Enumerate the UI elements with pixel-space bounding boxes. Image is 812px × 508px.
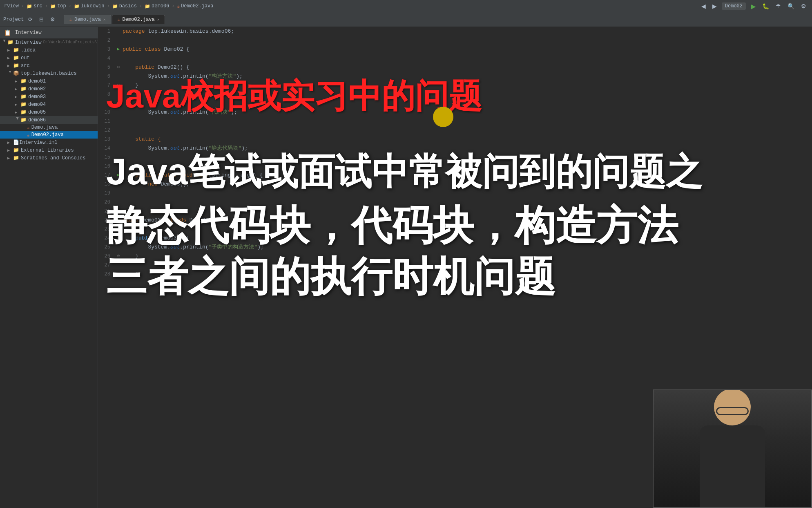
code-line-9: 9 ⊙ { [98,99,812,108]
code-line-21: 21 [98,207,812,216]
sidebar-item-package[interactable]: ▶ 📦 top.lukeewin.basics [0,69,98,77]
sidebar-item-demo05[interactable]: ▶ 📁 demo05 [0,108,98,116]
code-content: 1 package top.lukeewin.basics.demo06; 2 … [98,27,812,279]
forward-button[interactable]: ▶ [711,2,718,10]
breadcrumb-basics[interactable]: 📁 basics [112,3,137,9]
breadcrumb-top[interactable]: 📁 top [50,3,66,9]
webcam-overlay [653,389,812,508]
code-line-5: 5 ⊙ public Demo02() { [98,63,812,72]
code-line-13: 13 static { [98,135,812,144]
code-line-24: 24 ⊙ public Demo03() { [98,234,812,243]
folder-demo02-icon: 📁 [20,86,27,92]
tab-close-1[interactable]: ✕ [103,17,106,22]
breadcrumb-sep-1: › [21,3,24,9]
breadcrumb-lukeewin[interactable]: 📁 lukeewin [74,3,105,9]
folder-demo01-icon: 📁 [20,78,27,84]
breadcrumb-view[interactable]: rview [4,3,19,9]
arrow-demo02: ▶ [15,87,20,92]
sidebar-item-demo02-java[interactable]: ☕ Demo02.java [0,131,98,139]
folder-icon-4: 📁 [112,4,118,9]
code-text-8 [123,90,126,99]
code-text-27 [123,261,126,270]
line-num-4: 4 [98,54,114,63]
sidebar-item-demo06[interactable]: ▶ 📁 demo06 [0,116,98,124]
sidebar-item-idea[interactable]: ▶ 📁 .idea [0,46,98,54]
person-silhouette [700,389,765,507]
sidebar-package-label: top.lukeewin.basics [21,71,77,76]
bookmark-24: ⊙ [117,234,120,243]
bookmark-28: ⊙ [117,270,120,279]
sidebar-iml-label: Interview.iml [19,140,58,145]
tab-close-2[interactable]: ✕ [157,17,160,22]
code-line-28: 28 ⊙ { [98,270,812,279]
run-button[interactable]: ▶ [749,2,757,11]
code-line-8: 8 [98,90,812,99]
line-num-17: 17 [98,171,114,180]
search-button[interactable]: 🔍 [786,2,796,10]
code-text-16 [123,162,126,171]
code-line-16: 16 [98,162,812,171]
code-text-10: System.out.println("代码块"); [123,108,237,117]
sidebar-item-external-libs[interactable]: ▶ 📁 External Libraries [0,146,98,154]
settings-button[interactable]: ⚙ [799,2,808,10]
sidebar-item-demo-java[interactable]: ☕ Demo.java [0,124,98,131]
code-line-10: 10 System.out.println("代码块"); [98,108,812,117]
line-num-24: 24 [98,234,114,243]
code-area[interactable]: 1 package top.lukeewin.basics.demo06; 2 … [98,27,812,508]
line-num-19: 19 [98,189,114,198]
arrow-out: ▶ [7,56,13,60]
back-button[interactable]: ◀ [700,2,707,10]
code-line-12: 12 [98,126,812,135]
sidebar-item-out[interactable]: ▶ 📁 out [0,54,98,62]
tab-demo-java-label: Demo.java [74,17,101,22]
sidebar-item-demo03[interactable]: ▶ 📁 demo03 [0,93,98,101]
sidebar-item-demo02[interactable]: ▶ 📁 demo02 [0,85,98,93]
folder-demo03-icon: 📁 [20,94,27,100]
gutter-26: ⊙ [114,252,123,261]
run-arrow-17: ▶ [117,171,120,180]
sidebar-demo06-label: demo06 [28,117,46,123]
code-text-4 [123,54,126,63]
line-num-23: 23 [98,225,114,234]
sidebar-item-scratches[interactable]: ▶ 📁 Scratches and Consoles [0,154,98,162]
folder-icon-5: 📁 [145,4,150,9]
main-layout: 📋 Interview ▶ 📁 Interview D:\Works\IdeaP… [0,27,812,508]
breadcrumb-top-label: top [57,3,66,9]
sidebar-item-iml[interactable]: ▶ 📄 Interview.iml [0,139,98,146]
bookmark-5: ⊙ [117,63,120,72]
code-line-19: 19 [98,189,812,198]
toolbar-gear-btn[interactable]: ⚙ [48,15,57,24]
java-icon-tab2: ☕ [117,17,120,22]
line-num-20: 20 [98,198,114,207]
sidebar-item-demo04[interactable]: ▶ 📁 demo04 [0,101,98,108]
arrow-scratches: ▶ [7,156,13,161]
tab-demo-java[interactable]: ☕ Demo.java ✕ [64,15,111,24]
line-num-1: 1 [98,27,114,36]
folder-icon-2: 📁 [50,4,56,9]
debug-button[interactable]: 🐛 [761,2,771,10]
breadcrumb-demo06[interactable]: 📁 demo06 [145,3,169,9]
code-text-20 [123,198,126,207]
sidebar-item-src[interactable]: ▶ 📁 src [0,62,98,69]
breadcrumb-demo02-java[interactable]: ☕ Demo02.java [177,3,214,9]
tab-demo02-java[interactable]: ☕ Demo02.java ✕ [112,15,165,24]
sidebar-path: D:\Works\IdeaProjects\Inte... [43,40,98,45]
project-icon: 📋 [4,29,11,36]
code-text-19 [123,189,126,198]
sidebar-src-label: src [21,63,30,69]
arrow-demo03: ▶ [15,94,20,99]
sidebar-item-interview[interactable]: ▶ 📁 Interview D:\Works\IdeaProjects\Inte… [0,38,98,46]
code-line-25: 25 System.out.println("子类中的构造方法"); [98,243,812,252]
arrow-iml: ▶ [7,140,13,145]
code-text-12 [123,126,126,135]
iml-icon: 📄 [13,139,19,145]
breadcrumb-src[interactable]: 📁 src [27,3,42,9]
toolbar-sync-btn[interactable]: ⟳ [26,15,35,24]
toolbar-collapse-btn[interactable]: ⊟ [37,15,46,24]
arrow-interview: ▶ [2,40,7,45]
coverage-button[interactable]: ☂ [774,2,783,10]
code-text-1: package top.lukeewin.basics.demo06; [123,27,234,36]
sidebar-item-demo01[interactable]: ▶ 📁 demo01 [0,77,98,85]
java-icon-demo: ☕ [27,125,30,130]
gutter-28: ⊙ [114,270,123,279]
